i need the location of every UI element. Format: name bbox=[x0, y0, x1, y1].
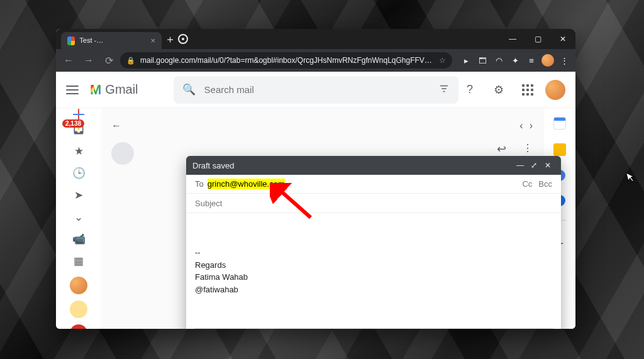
gmail-m-icon: M bbox=[90, 82, 101, 98]
main-menu-icon[interactable] bbox=[66, 86, 79, 94]
account-avatar[interactable] bbox=[545, 80, 565, 100]
compose-window: Draft saved — ⤢ ✕ To grinch@whoville.com… bbox=[186, 156, 561, 329]
reply-icon[interactable]: ↩ bbox=[497, 142, 506, 156]
new-tab-button[interactable]: ＋ bbox=[162, 29, 178, 49]
gmail-brand-text: Gmail bbox=[105, 82, 138, 97]
profile-avatar-small[interactable] bbox=[540, 53, 555, 68]
extension-pocket-icon[interactable]: ▸ bbox=[458, 53, 474, 68]
compose-fullscreen-icon[interactable]: ⤢ bbox=[527, 161, 541, 170]
close-tab-icon[interactable]: × bbox=[150, 36, 155, 45]
browser-tab[interactable]: Test -- G × bbox=[61, 32, 162, 49]
snoozed-icon[interactable]: 🕒 bbox=[71, 167, 86, 180]
starred-icon[interactable]: ★ bbox=[71, 145, 86, 158]
compose-body[interactable]: -- Regards Fatima Wahab @fatiwahab bbox=[186, 213, 561, 328]
gmail-logo[interactable]: M Gmail bbox=[90, 82, 138, 98]
bookmark-star-icon[interactable]: ☆ bbox=[439, 56, 446, 65]
chat-avatar-2[interactable] bbox=[70, 301, 87, 318]
maximize-button[interactable]: ▢ bbox=[525, 29, 550, 49]
left-navigation: 2,138 ★ 🕒 ➤ ⌄ 📹 ▦ S bbox=[56, 108, 101, 329]
google-apps-icon[interactable] bbox=[516, 79, 539, 101]
compose-header[interactable]: Draft saved — ⤢ ✕ bbox=[186, 156, 561, 175]
forward-button[interactable]: → bbox=[80, 52, 97, 69]
extension-list-icon[interactable]: ≡ bbox=[524, 53, 539, 68]
url-text: mail.google.com/mail/u/0/?tab=rm&ogbl#in… bbox=[140, 56, 434, 65]
search-icon: 🔍 bbox=[182, 83, 196, 96]
calendar-icon[interactable] bbox=[553, 117, 566, 130]
window-controls: — ▢ ✕ bbox=[500, 29, 575, 49]
inbox-icon[interactable]: 2,138 bbox=[71, 123, 86, 136]
cc-link[interactable]: Cc bbox=[522, 179, 532, 189]
sender-avatar bbox=[111, 142, 134, 165]
extensions-puzzle-icon[interactable]: ✦ bbox=[508, 53, 523, 68]
bcc-link[interactable]: Bcc bbox=[538, 179, 552, 189]
address-bar[interactable]: 🔒 mail.google.com/mail/u/0/?tab=rm&ogbl#… bbox=[120, 52, 452, 69]
support-icon[interactable]: ? bbox=[458, 79, 481, 101]
extensions: ▸ 🗔 ◠ ✦ ≡ ⋮ bbox=[458, 53, 572, 68]
meet-icon[interactable]: 📹 bbox=[71, 233, 86, 246]
subject-input[interactable] bbox=[195, 199, 552, 208]
chrome-window: Test -- G × ＋ — ▢ ✕ ← → ⟳ 🔒 mail.google.… bbox=[56, 29, 575, 329]
compose-title: Draft saved bbox=[192, 161, 513, 170]
minimize-button[interactable]: — bbox=[500, 29, 525, 49]
browser-titlebar: Test -- G × ＋ — ▢ ✕ bbox=[56, 29, 575, 49]
recording-indicator-icon bbox=[178, 34, 188, 44]
search-filters-icon[interactable] bbox=[438, 83, 450, 97]
close-window-button[interactable]: ✕ bbox=[550, 29, 575, 49]
to-field-row[interactable]: To grinch@whoville.com Cc Bcc bbox=[186, 175, 561, 194]
compose-minimize-icon[interactable]: — bbox=[513, 161, 527, 170]
chat-avatar-1[interactable] bbox=[70, 277, 87, 294]
hangouts-icon[interactable]: ▦ bbox=[71, 255, 86, 268]
browser-toolbar: ← → ⟳ 🔒 mail.google.com/mail/u/0/?tab=rm… bbox=[56, 49, 575, 72]
settings-gear-icon[interactable]: ⚙ bbox=[487, 79, 510, 101]
reload-button[interactable]: ⟳ bbox=[100, 52, 118, 69]
inbox-count-badge: 2,138 bbox=[62, 119, 84, 128]
gmail-favicon bbox=[67, 36, 75, 45]
tab-title: Test -- G bbox=[79, 36, 146, 44]
more-chevron-icon[interactable]: ⌄ bbox=[71, 211, 86, 224]
next-msg-icon[interactable]: › bbox=[530, 120, 533, 131]
extension-vpn-icon[interactable]: ◠ bbox=[491, 53, 506, 68]
prev-msg-icon[interactable]: ‹ bbox=[519, 120, 523, 131]
gmail-header: M Gmail 🔍 ? ⚙ bbox=[56, 72, 575, 108]
back-to-inbox-icon[interactable]: ← bbox=[111, 120, 121, 131]
formatting-toolbar: ↶ ↷ Sans Serif ▼ тT▼ B I U A▼ ≡▼ ❝ S T× bbox=[192, 328, 555, 329]
gmail-app: M Gmail 🔍 ? ⚙ 2,138 bbox=[56, 72, 575, 329]
browser-menu-icon[interactable]: ⋮ bbox=[557, 53, 572, 68]
search-input[interactable] bbox=[204, 84, 430, 95]
compose-close-icon[interactable]: ✕ bbox=[541, 161, 555, 170]
sent-icon[interactable]: ➤ bbox=[71, 189, 86, 202]
subject-row[interactable] bbox=[186, 194, 561, 213]
search-bar[interactable]: 🔍 bbox=[174, 76, 458, 104]
chat-avatar-3[interactable]: S bbox=[70, 324, 87, 329]
extension-translate-icon[interactable]: 🗔 bbox=[475, 53, 490, 68]
to-recipient-highlighted[interactable]: grinch@whoville.com bbox=[208, 179, 285, 189]
message-more-icon[interactable]: ⋮ bbox=[523, 142, 533, 154]
back-button[interactable]: ← bbox=[60, 52, 77, 69]
lock-icon: 🔒 bbox=[126, 57, 135, 65]
to-label: To bbox=[195, 179, 204, 189]
keep-icon[interactable] bbox=[553, 143, 566, 156]
